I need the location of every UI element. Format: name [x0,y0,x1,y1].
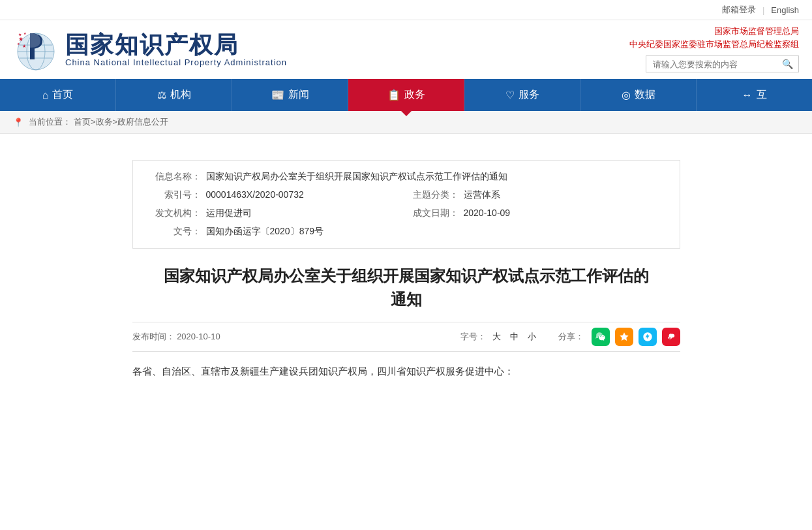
top-bar: 邮箱登录 | English [0,0,812,20]
nav-label-data: 数据 [635,88,655,102]
nav-label-service: 服务 [519,88,539,102]
market-supervision-link[interactable]: 国家市场监督管理总局 [714,25,799,37]
logo-chinese: 国家知识产权局 [65,32,287,58]
info-category-value: 运营体系 [464,189,500,201]
header-right: 国家市场监督管理总局 中央纪委国家监委驻市场监管总局纪检监察组 🔍 [616,20,812,79]
info-date-value: 2020-10-09 [464,208,511,218]
news-icon: 📰 [271,89,284,101]
search-box: 🔍 [646,55,799,72]
publish-date: 发布时间： 2020-10-10 [132,331,220,343]
english-link[interactable]: English [771,5,799,15]
search-button[interactable]: 🔍 [777,56,798,72]
header: ★ ★ ★ ★ ★ 国家知识产权局 China National Intelle… [0,20,812,79]
email-login-link[interactable]: 邮箱登录 [722,4,756,16]
logo-text: 国家知识产权局 China National Intellectual Prop… [65,32,287,68]
info-docno-label: 文号： [149,226,201,238]
nav-label-interact: 互 [757,88,767,102]
publish-date-label: 发布时间： [132,332,175,341]
article-body: 各省、自治区、直辖市及新疆生产建设兵团知识产权局，四川省知识产权服务促进中心： [132,362,680,380]
fontsize-label: 字号： [460,331,486,343]
info-row-name: 信息名称： 国家知识产权局办公室关于组织开展国家知识产权试点示范工作评估的通知 [149,171,664,183]
header-links: 国家市场监督管理总局 中央纪委国家监委驻市场监管总局纪检监察组 [629,25,799,50]
home-icon: ⌂ [42,89,49,101]
nav-item-gov[interactable]: 📋 政务 [348,79,464,111]
nav-item-service[interactable]: ♡ 服务 [464,79,580,111]
breadcrumb-path: 首页>政务>政府信息公开 [74,116,168,128]
nav-label-org: 机构 [170,88,191,102]
logo-icon: ★ ★ ★ ★ ★ [13,27,59,72]
info-col-category: 主题分类： 运营体系 [406,189,664,201]
article-title: 国家知识产权局办公室关于组织开展国家知识产权试点示范工作评估的通知 [132,264,680,311]
logo-english: China National Intellectual Property Adm… [65,57,287,67]
info-date-label: 成文日期： [406,208,459,219]
org-icon: ⚖ [157,89,166,101]
nav-label-home: 首页 [52,88,73,102]
service-icon: ♡ [505,89,515,101]
share-favorites-button[interactable] [615,328,633,346]
nav-item-home[interactable]: ⌂ 首页 [0,79,116,111]
discipline-inspection-link[interactable]: 中央纪委国家监委驻市场监管总局纪检监察组 [629,39,799,50]
svg-text:★: ★ [22,44,26,48]
interact-icon: ↔ [742,89,753,101]
info-col-issuer: 发文机构： 运用促进司 [149,208,406,219]
svg-text:★: ★ [18,33,22,37]
main-nav: ⌂ 首页 ⚖ 机构 📰 新闻 📋 政务 ♡ 服务 ◎ 数据 ↔ 互 [0,79,812,111]
info-docno-value: 国知办函运字〔2020〕879号 [206,226,324,238]
fontsize-small-btn[interactable]: 小 [525,331,539,343]
nav-item-org[interactable]: ⚖ 机构 [116,79,232,111]
nav-label-gov: 政务 [404,88,425,102]
top-bar-divider: | [762,5,764,15]
nav-label-news: 新闻 [288,88,309,102]
breadcrumb-prefix: 当前位置： [29,116,71,128]
content-area: 信息名称： 国家知识产权局办公室关于组织开展国家知识产权试点示范工作评估的通知 … [113,147,700,393]
info-row-index-category: 索引号： 00001463X/2020-00732 主题分类： 运营体系 [149,189,664,201]
info-col-date: 成文日期： 2020-10-09 [406,208,664,219]
info-index-value: 00001463X/2020-00732 [206,189,304,200]
info-col-index: 索引号： 00001463X/2020-00732 [149,189,406,201]
fontsize-large-btn[interactable]: 大 [490,331,504,343]
location-icon: 📍 [13,117,23,127]
info-row-docno: 文号： 国知办函运字〔2020〕879号 [149,226,664,238]
info-issuer-label: 发文机构： [149,208,201,219]
font-size-control: 字号： 大 中 小 [460,331,539,343]
share-wechat-button[interactable] [592,328,610,346]
nav-item-data[interactable]: ◎ 数据 [580,79,697,111]
info-issuer-value: 运用促进司 [206,208,252,219]
logo-area: ★ ★ ★ ★ ★ 国家知识产权局 China National Intelle… [0,20,300,79]
data-icon: ◎ [622,89,631,101]
share-area: 分享： [558,328,680,346]
search-input[interactable] [646,57,777,72]
fontsize-medium-btn[interactable]: 中 [507,331,521,343]
meta-row: 发布时间： 2020-10-10 字号： 大 中 小 分享： [132,322,680,352]
info-name-value: 国家知识产权局办公室关于组织开展国家知识产权试点示范工作评估的通知 [206,171,507,183]
article-first-paragraph: 各省、自治区、直辖市及新疆生产建设兵团知识产权局，四川省知识产权服务促进中心： [132,362,680,380]
share-qq-button[interactable] [639,328,657,346]
info-name-label: 信息名称： [149,171,201,183]
nav-item-news[interactable]: 📰 新闻 [232,79,348,111]
nav-item-interact[interactable]: ↔ 互 [697,79,812,111]
share-label: 分享： [558,331,584,343]
info-row-issuer-date: 发文机构： 运用促进司 成文日期： 2020-10-09 [149,208,664,219]
publish-date-value: 2020-10-10 [177,332,220,341]
info-table: 信息名称： 国家知识产权局办公室关于组织开展国家知识产权试点示范工作评估的通知 … [132,160,680,249]
svg-text:★: ★ [23,31,27,35]
info-category-label: 主题分类： [406,189,459,201]
info-index-label: 索引号： [149,189,201,201]
gov-icon: 📋 [387,89,400,101]
share-weibo-button[interactable] [662,328,680,346]
